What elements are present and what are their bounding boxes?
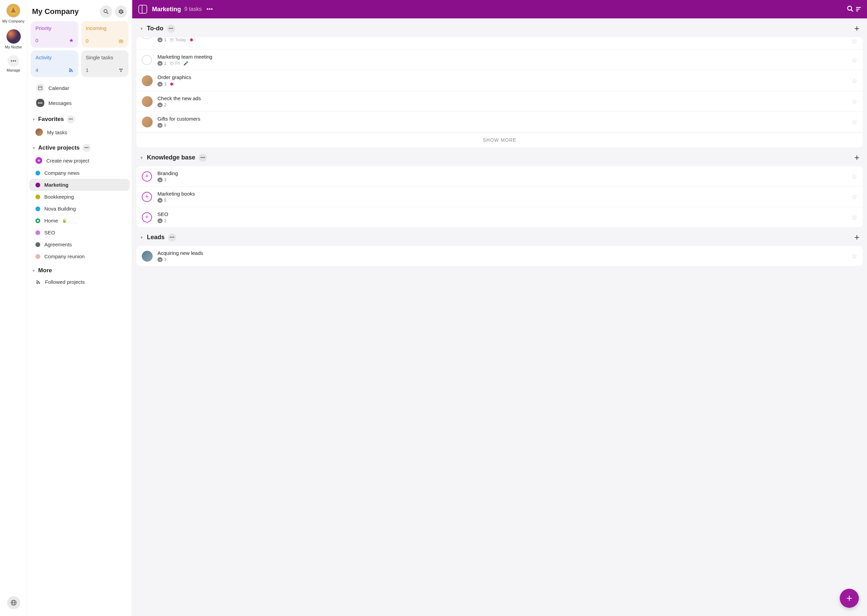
project-item-company-news[interactable]: Company news	[29, 167, 130, 179]
create-project[interactable]: + Create new project	[29, 154, 130, 167]
group-add-button[interactable]: +	[854, 232, 859, 243]
task-star-button[interactable]: ☆	[851, 193, 858, 201]
comment-count: 2	[157, 102, 166, 107]
panel-toggle-icon[interactable]	[138, 5, 147, 14]
task-meta: 2	[157, 102, 848, 107]
tile-priority[interactable]: Priority 0 ★	[31, 21, 79, 48]
followed-projects[interactable]: Followed projects	[29, 276, 130, 288]
tile-single[interactable]: Single tasks 1	[81, 50, 129, 77]
task-body: SEO 2	[157, 211, 848, 223]
project-item-agreements[interactable]: Agreements	[29, 239, 130, 250]
task-row[interactable]: Gifts for customers 9☆	[136, 112, 863, 132]
task-add-checkbox[interactable]: +	[142, 192, 152, 202]
project-label: Company news	[44, 170, 79, 176]
task-star-button[interactable]: ☆	[851, 97, 858, 105]
task-checkbox[interactable]	[142, 55, 152, 65]
group-add-button[interactable]: +	[854, 152, 859, 163]
sidebar-messages[interactable]: ••• Messages	[30, 96, 129, 110]
task-star-button[interactable]: ☆	[851, 252, 858, 260]
section-favorites: ▼ Favorites •••	[27, 110, 132, 126]
favorite-mytasks[interactable]: My tasks	[29, 126, 130, 139]
svg-point-9	[120, 70, 122, 72]
task-title: Marketing team meeting	[157, 54, 848, 60]
project-dot-icon	[35, 171, 40, 176]
sidebar-calendar[interactable]: Calendar	[30, 80, 129, 96]
svg-rect-20	[170, 62, 173, 65]
section-active-title: Active projects	[38, 145, 80, 151]
project-label: Agreements	[44, 242, 72, 247]
caret-icon[interactable]: ▼	[140, 27, 143, 31]
group-more-button[interactable]: •••	[199, 154, 207, 162]
task-row[interactable]: +SEO 2☆	[136, 207, 863, 227]
task-star-button[interactable]: ☆	[851, 118, 858, 126]
task-row[interactable]: Acquiring new leads 3☆	[136, 246, 863, 266]
project-item-home[interactable]: Home🔒	[29, 215, 130, 226]
task-row[interactable]: Check the new ads 2☆	[136, 91, 863, 112]
comment-count: 1	[157, 38, 166, 42]
tile-activity[interactable]: Activity 4	[31, 50, 79, 77]
caret-icon[interactable]: ▼	[140, 236, 143, 239]
task-row[interactable]: +Branding 3☆	[136, 166, 863, 187]
topbar-more-button[interactable]: •••	[206, 6, 213, 13]
search-filter-icon	[847, 5, 855, 13]
project-label: Home	[44, 218, 58, 223]
group-title: Knowledge base	[147, 154, 195, 161]
task-star-button[interactable]: ☆	[851, 173, 858, 181]
task-row[interactable]: Marketing team meeting 1 Fri🎤☆	[136, 50, 863, 70]
task-row[interactable]: Order graphics 3✱☆	[136, 70, 863, 91]
plus-icon: +	[35, 157, 42, 164]
filter-lines-icon	[856, 5, 861, 13]
svg-point-8	[121, 69, 123, 70]
task-meta: 1 Today✱	[157, 37, 848, 42]
section-active-more[interactable]: •••	[82, 144, 91, 152]
rss-icon	[35, 280, 41, 285]
topbar-filter-button[interactable]	[847, 5, 861, 13]
show-more-button[interactable]: SHOW MORE	[136, 132, 863, 148]
project-label: Marketing	[44, 182, 69, 188]
sidebar: My Company Priority 0 ★ Incoming 0	[27, 0, 132, 616]
fab-add-task[interactable]: +	[840, 589, 859, 608]
project-dot-icon	[35, 230, 40, 235]
caret-icon[interactable]: ▼	[140, 156, 143, 160]
group-more-button[interactable]: •••	[167, 25, 175, 33]
caret-icon[interactable]: ▼	[32, 118, 35, 121]
search-button[interactable]	[100, 5, 112, 18]
group-add-button[interactable]: +	[854, 23, 859, 34]
tile-priority-label: Priority	[35, 25, 74, 31]
caret-icon[interactable]: ▼	[32, 269, 35, 273]
dots-icon	[118, 68, 124, 73]
project-item-seo[interactable]: SEO	[29, 226, 130, 239]
project-item-bookkeeping[interactable]: Bookkeeping	[29, 191, 130, 203]
task-checkbox[interactable]	[142, 37, 152, 39]
project-item-nova-building[interactable]: Nova Building	[29, 203, 130, 215]
rail-nozbe[interactable]: My Nozbe	[5, 29, 22, 49]
tile-incoming[interactable]: Incoming 0	[81, 21, 129, 48]
rail-manage-label: Manage	[7, 68, 20, 72]
caret-icon[interactable]: ▼	[32, 146, 35, 150]
content-area: Marketing 9 tasks ••• ▼ To-do ••• + 1 To…	[132, 0, 867, 616]
rail-manage[interactable]: ••• Manage	[7, 55, 20, 72]
task-star-button[interactable]: ☆	[851, 37, 858, 45]
rail-company[interactable]: My Company	[2, 3, 25, 23]
create-project-label: Create new project	[46, 158, 89, 163]
task-star-button[interactable]: ☆	[851, 56, 858, 64]
project-item-company-reunion[interactable]: Company reunion	[29, 250, 130, 262]
tile-single-count: 1	[86, 67, 89, 73]
project-item-marketing[interactable]: Marketing	[29, 179, 130, 191]
rail-globe-button[interactable]	[7, 596, 20, 609]
inbox-icon	[118, 38, 124, 44]
search-icon	[103, 8, 109, 15]
task-star-button[interactable]: ☆	[851, 77, 858, 85]
section-more-title: More	[38, 267, 52, 274]
task-row[interactable]: 1 Today✱☆	[136, 37, 863, 50]
task-add-checkbox[interactable]: +	[142, 171, 152, 182]
workspace-rail: My Company My Nozbe ••• Manage	[0, 0, 27, 616]
settings-button[interactable]	[115, 5, 127, 18]
plus-icon: +	[846, 592, 852, 604]
section-favorites-more[interactable]: •••	[67, 115, 75, 123]
task-star-button[interactable]: ☆	[851, 213, 858, 222]
group-more-button[interactable]: •••	[168, 233, 176, 242]
task-add-checkbox[interactable]: +	[142, 212, 152, 223]
task-row[interactable]: +Marketing books 5☆	[136, 187, 863, 207]
tile-activity-label: Activity	[35, 55, 74, 60]
